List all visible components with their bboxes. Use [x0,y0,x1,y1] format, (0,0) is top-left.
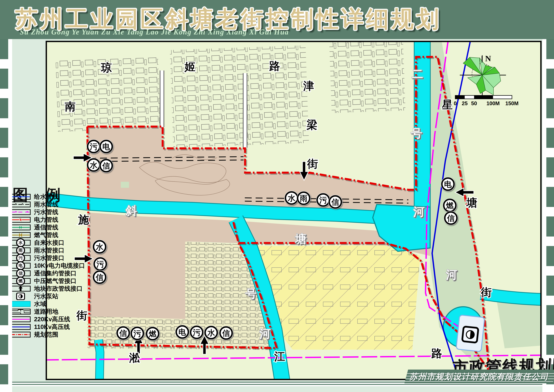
legend: 给水管线 雨水管线 污水管线 电力管线 通信管线 燃气管线 水 自来水接口 雨 … [11,193,85,338]
legend-item-kv220: 220Kv高压线 [11,315,85,323]
sewage-line-icon [11,209,31,215]
scale-tick: 50 [471,100,477,106]
road-label: 姬 [184,61,195,73]
sewage-pump-station [456,315,485,352]
port-symbol: 水 [96,243,104,251]
port-symbol: 信 [331,198,339,206]
sewage-pump-icon [11,294,31,299]
river-label: 河 [413,205,425,218]
left-check-border [0,39,8,392]
gas-line-icon [11,232,31,238]
port-symbol: 燃 [446,201,454,210]
road-label: 星 [442,98,453,111]
port-symbol: 水 [207,328,215,337]
title-banner: 苏州工业园区斜塘老街控制性详细规划 Su Zhou Gong Ye Yuan Z… [0,0,554,39]
small-green-parcel [121,182,129,188]
legend-item-gas: 燃气管线 [11,231,85,239]
tap-water-port-icon: 水 [11,240,31,246]
legend-item-power: 电力管线 [11,216,85,224]
kv110-line-icon [11,324,31,330]
legend-item-sewage-port: 污 污水管接口 [11,254,85,262]
port-symbol: 污 [90,142,97,151]
right-check-border [546,39,554,392]
port-symbol: 污 [193,328,201,337]
legend-item-rain-port: 雨 雨水管接口 [11,246,85,254]
scale-tick: 0 [454,100,457,106]
port-symbol: 污 [96,260,104,268]
port-symbol: 信 [222,329,230,337]
scale-tick: 150M [505,100,519,106]
legend-item-pump: 污水泵站 [11,293,85,300]
right-border-gutter [542,39,546,392]
port-symbol: 信 [96,273,104,281]
port-symbol: 雨 [300,194,307,203]
road-label: 路 [431,347,442,359]
legend-item-boundary: 规划范围 [11,331,85,338]
north-label: N [485,54,491,63]
map-panel: 污 电 水 信 水 雨 污 信 水 污 信 信 污 燃 电 污 水 信 电 燃 … [46,41,542,380]
scale-tick: 25 [462,100,468,106]
water-supply-line-icon [11,194,31,200]
water-area-icon [11,301,31,307]
scale-tick: 100M [486,100,500,106]
river-label: 河 [446,268,457,281]
road-label: 塘 [466,197,477,209]
port-symbol: 信 [102,161,110,170]
legend-item-parcel-arrow: 地块市政管线接口 [11,285,85,293]
company-name: 苏州市规划设计研究院有限责任公司 [409,371,549,382]
kv220-line-icon [11,316,31,322]
port-symbol: 电 [102,142,110,151]
port-symbol: 污 [133,329,141,338]
legend-item-power-port: 电 10Kv电力电缆接口 [11,262,85,270]
map-canvas: 污 电 水 信 水 雨 污 信 水 污 信 信 污 燃 电 污 水 信 电 燃 … [47,42,540,379]
company-banner: 苏州市规划设计研究院有限责任公司 [404,370,554,383]
page-title-pinyin: Su Zhou Gong Ye Yuan Zu Xie Tang Lao Jie… [20,28,289,36]
legend-item-road-land: 道路用地 [11,308,85,315]
road-label: 南 [65,100,76,112]
road-label: 梁 [306,119,317,131]
gas-port-icon: 燃 [11,278,31,284]
port-symbol: 水 [90,161,98,169]
road-label: 街 [481,286,492,298]
river-label: 号 [245,287,257,300]
port-symbol: 信 [447,214,455,222]
power-port-icon: 电 [11,263,31,269]
road-label: 路 [269,60,280,72]
port-symbol: 燃 [149,329,157,338]
legend-item-rain: 雨水管线 [11,201,85,208]
telecom-line-icon [11,224,31,230]
road-label: 街 [307,158,318,170]
telecom-port-icon: 信 [11,270,31,276]
road-label: 琼 [101,62,112,74]
legend-item-water-supply: 给水管线 [11,193,85,201]
legend-item-telecom: 通信管线 [11,224,85,231]
port-symbol: 水 [287,194,296,202]
port-symbol: 电 [179,328,186,336]
left-border-gutter [8,39,12,392]
river-label: 河 [259,327,271,340]
river-label: 塘 [295,232,306,245]
legend-item-telecom-port: 信 通信集约管接口 [11,270,85,277]
port-symbol: 电 [444,180,452,189]
road-label: 津 [303,80,314,92]
plan-boundary-icon [11,332,31,337]
sewage-port-icon: 污 [11,255,31,261]
river-label: 号 [411,127,422,140]
power-line-icon [11,217,31,223]
road-label: 淞 [129,352,140,364]
port-symbol: 信 [119,329,127,337]
road-land-icon [11,309,31,315]
port-symbol: 污 [319,196,327,204]
river-label: 二 [412,68,423,80]
legend-item-tap-port: 水 自来水接口 [11,239,85,246]
rain-line-icon [11,202,31,207]
river-label: 斜 [125,204,137,217]
parcel-port-arrow-icon [11,286,31,292]
legend-item-sewage: 污水管线 [11,208,85,216]
legend-item-gas-port: 燃 中压燃气管接口 [11,277,85,285]
rain-port-icon: 雨 [11,247,31,253]
legend-item-water-area: 水域 [11,300,85,308]
legend-item-kv110: 110Kv高压线 [11,323,85,331]
road-label: 江 [274,350,285,363]
